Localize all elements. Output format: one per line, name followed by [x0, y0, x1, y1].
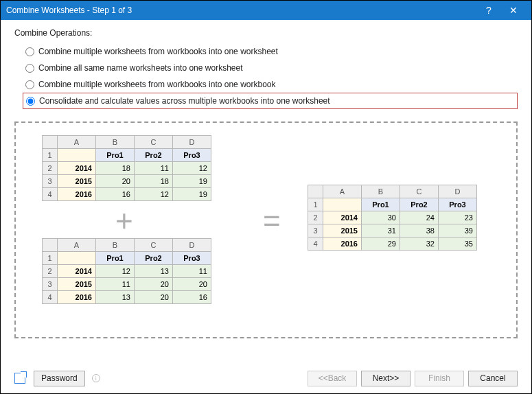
content-area: Combine Operations: Combine multiple wor… — [1, 20, 531, 338]
option-label: Combine all same name worksheets into on… — [38, 63, 242, 73]
radio-input[interactable] — [25, 80, 34, 89]
help-button[interactable]: ? — [476, 5, 501, 16]
section-label: Combine Operations: — [14, 28, 518, 38]
titlebar: Combine Worksheets - Step 1 of 3 ? ✕ — [1, 1, 531, 20]
external-link-icon[interactable] — [14, 373, 25, 384]
next-button[interactable]: Next>> — [361, 371, 410, 386]
dialog-window: Combine Worksheets - Step 1 of 3 ? ✕ Com… — [0, 0, 532, 394]
option-label: Combine multiple worksheets from workboo… — [38, 80, 276, 89]
footer-bar: Password i <<Back Next>> Finish Cancel — [1, 363, 531, 393]
radio-group: Combine multiple worksheets from workboo… — [14, 43, 518, 109]
option-consolidate-calculate[interactable]: Consolidate and calculate values across … — [23, 93, 518, 109]
password-button[interactable]: Password — [34, 371, 85, 386]
close-button[interactable]: ✕ — [501, 5, 526, 16]
option-label: Consolidate and calculate values across … — [39, 96, 330, 106]
window-title: Combine Worksheets - Step 1 of 3 — [6, 5, 476, 15]
radio-input[interactable] — [25, 64, 34, 73]
cancel-button[interactable]: Cancel — [468, 371, 518, 386]
preview-illustration: ABCD 1Pro1Pro2Pro3 22014181112 320152018… — [14, 121, 518, 338]
info-icon[interactable]: i — [92, 374, 100, 382]
radio-input[interactable] — [25, 47, 34, 56]
preview-result-sheet: ABCD 1Pro1Pro2Pro3 22014302423 320153138… — [308, 185, 477, 251]
option-label: Combine multiple worksheets from workboo… — [38, 47, 278, 56]
equals-icon: = — [263, 204, 273, 238]
plus-icon: + — [115, 204, 133, 238]
option-same-name-worksheets[interactable]: Combine all same name worksheets into on… — [23, 60, 518, 76]
radio-input[interactable] — [26, 97, 35, 106]
back-button: <<Back — [308, 371, 357, 386]
finish-button: Finish — [415, 371, 464, 386]
option-into-one-workbook[interactable]: Combine multiple worksheets from workboo… — [23, 76, 518, 93]
preview-sheet-1: ABCD 1Pro1Pro2Pro3 22014181112 320152018… — [42, 135, 211, 201]
option-combine-into-one-worksheet[interactable]: Combine multiple worksheets from workboo… — [23, 43, 518, 60]
preview-sheet-2: ABCD 1Pro1Pro2Pro3 22014121311 320151120… — [42, 238, 211, 304]
